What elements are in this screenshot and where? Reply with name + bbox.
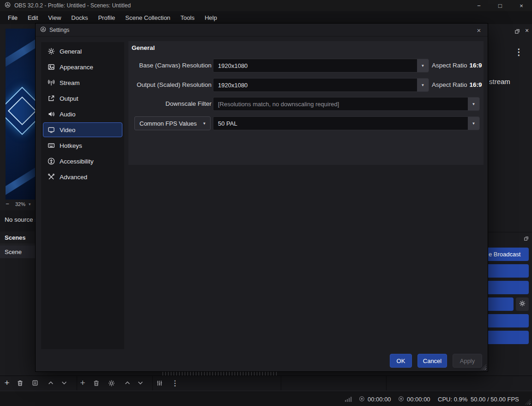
preview-light-streak	[6, 29, 35, 73]
remove-scene-trash-icon[interactable]	[15, 378, 24, 388]
obs-logo-icon	[40, 26, 46, 34]
settings-tab-output[interactable]: Output	[43, 91, 122, 106]
scene-filters-icon[interactable]	[30, 378, 40, 388]
move-scene-down-icon[interactable]	[60, 378, 69, 388]
menu-docks[interactable]: Docks	[66, 11, 93, 24]
remove-source-trash-icon[interactable]	[91, 378, 101, 388]
menu-help[interactable]: Help	[200, 11, 222, 24]
aspect-ratio-label: Aspect Ratio	[432, 81, 467, 88]
menu-scene-collection[interactable]: Scene Collection	[120, 11, 175, 24]
stream-info-dock	[488, 24, 532, 232]
aspect-ratio-value: 16:9	[470, 62, 482, 69]
stream-indicator-icon	[398, 395, 404, 404]
move-scene-up-icon[interactable]	[46, 378, 55, 388]
settings-dialog-titlebar[interactable]: Settings ×	[36, 24, 488, 36]
menu-edit[interactable]: Edit	[23, 11, 43, 24]
settings-tab-audio[interactable]: Audio	[43, 107, 122, 121]
close-button[interactable]: ×	[511, 0, 532, 11]
base-resolution-label: Base (Canvas) Resolution	[128, 62, 212, 69]
no-source-selected-label: No source s	[5, 216, 38, 223]
toolbar-divider	[281, 376, 281, 390]
dropdown-arrow-icon[interactable]: ▼	[417, 59, 429, 72]
apply-button[interactable]: Apply	[453, 354, 482, 368]
settings-tab-label: Output	[60, 95, 79, 102]
stream-dock-label: stream	[489, 78, 510, 85]
start-streaming-button[interactable]	[486, 264, 529, 278]
move-source-down-icon[interactable]	[136, 378, 145, 388]
preview-light-streak	[6, 162, 35, 200]
streaming-timecode: 00:00:00	[407, 396, 430, 403]
minimize-button[interactable]: −	[468, 0, 490, 11]
menu-view[interactable]: View	[43, 11, 66, 24]
menu-tools[interactable]: Tools	[175, 11, 200, 24]
zoom-out-button[interactable]: −	[4, 200, 11, 207]
aspect-ratio-label: Aspect Ratio	[432, 62, 467, 69]
settings-tab-label: Stream	[60, 79, 80, 86]
keyboard-icon	[48, 142, 55, 149]
preview-logo-diamond-inner	[8, 97, 35, 125]
cancel-button[interactable]: Cancel	[417, 354, 447, 368]
settings-close-icon[interactable]: ×	[474, 25, 484, 35]
accessibility-icon	[48, 158, 55, 165]
output-resolution-combo[interactable]: 1920x1080 ▼	[213, 78, 429, 92]
settings-tab-appearance[interactable]: Appearance	[43, 60, 122, 74]
settings-tab-label: Audio	[60, 111, 76, 118]
base-resolution-combo[interactable]: 1920x1080 ▼	[213, 59, 429, 73]
recording-timecode: 00:00:00	[368, 396, 391, 403]
settings-video-page: General Base (Canvas) Resolution 1920x10…	[128, 41, 484, 165]
toolbar-divider	[152, 376, 153, 390]
title-bar: OBS 32.0.2 - Profile: Untitled - Scenes:…	[0, 0, 532, 11]
section-heading: General	[132, 44, 155, 51]
fps-value-combo[interactable]: 50 PAL ▼	[213, 116, 480, 130]
settings-button[interactable]	[486, 331, 529, 344]
maximize-button[interactable]: □	[490, 0, 511, 11]
settings-dialog: Settings × General Appearance St	[35, 23, 488, 372]
fps-type-combo[interactable]: Common FPS Values ▼	[134, 116, 211, 130]
zoom-dropdown-icon[interactable]: ▾	[29, 202, 31, 206]
downscale-filter-value: [Resolutions match, no downscaling requi…	[213, 101, 468, 108]
dock-close-icon[interactable]: ×	[523, 27, 531, 34]
manage-broadcast-button[interactable]: e Broadcast	[486, 248, 529, 261]
audio-mixer-sliders-icon[interactable]	[155, 378, 164, 388]
dropdown-arrow-icon[interactable]: ▼	[468, 97, 479, 110]
start-recording-button[interactable]	[486, 281, 529, 294]
menu-bar: File Edit View Docks Profile Scene Colle…	[0, 11, 532, 24]
dropdown-arrow-icon[interactable]: ▼	[468, 117, 479, 130]
menu-profile[interactable]: Profile	[93, 11, 120, 24]
mixer-menu-kebab-icon[interactable]: ⋮	[170, 378, 180, 388]
downscale-filter-label: Downscale Filter	[128, 100, 212, 107]
aspect-ratio-value: 16:9	[470, 81, 482, 88]
virtual-camera-button[interactable]	[486, 297, 514, 311]
settings-sidebar: General Appearance Stream Output	[41, 42, 124, 349]
ok-button[interactable]: OK	[390, 354, 412, 368]
record-indicator-icon	[359, 395, 365, 404]
dropdown-arrow-icon[interactable]: ▼	[417, 79, 429, 91]
settings-tab-general[interactable]: General	[43, 44, 122, 59]
settings-tab-advanced[interactable]: Advanced	[43, 170, 122, 184]
dropdown-arrow-icon[interactable]: ▼	[199, 117, 210, 130]
settings-tab-stream[interactable]: Stream	[43, 75, 122, 90]
downscale-filter-combo[interactable]: [Resolutions match, no downscaling requi…	[213, 97, 480, 111]
source-properties-gear-icon[interactable]	[107, 378, 116, 388]
window-title: OBS 32.0.2 - Profile: Untitled - Scenes:…	[14, 2, 131, 9]
add-source-button[interactable]: +	[78, 378, 87, 388]
dock-menu-kebab-icon[interactable]: ⋮	[514, 47, 523, 57]
output-aspect-ratio: Aspect Ratio16:9	[432, 81, 482, 88]
studio-mode-button[interactable]	[486, 314, 529, 327]
fps-type-value: Common FPS Values	[135, 120, 199, 127]
move-source-up-icon[interactable]	[123, 378, 132, 388]
scene-list-item[interactable]: Scene	[0, 245, 35, 258]
settings-tab-accessibility[interactable]: Accessibility	[43, 154, 122, 169]
obs-main-window: OBS 32.0.2 - Profile: Untitled - Scenes:…	[0, 0, 532, 406]
dock-popout-icon[interactable]	[514, 28, 521, 35]
dock-popout-icon[interactable]	[522, 235, 530, 242]
settings-tab-video[interactable]: Video	[43, 122, 122, 137]
virtual-camera-settings-button[interactable]	[516, 297, 529, 311]
gear-icon	[48, 48, 55, 55]
menu-file[interactable]: File	[3, 11, 23, 24]
settings-tab-hotkeys[interactable]: Hotkeys	[43, 138, 122, 153]
toolbar-divider	[386, 376, 387, 390]
add-scene-button[interactable]: +	[2, 378, 12, 388]
window-controls: − □ ×	[468, 0, 532, 11]
antenna-icon	[48, 79, 55, 86]
